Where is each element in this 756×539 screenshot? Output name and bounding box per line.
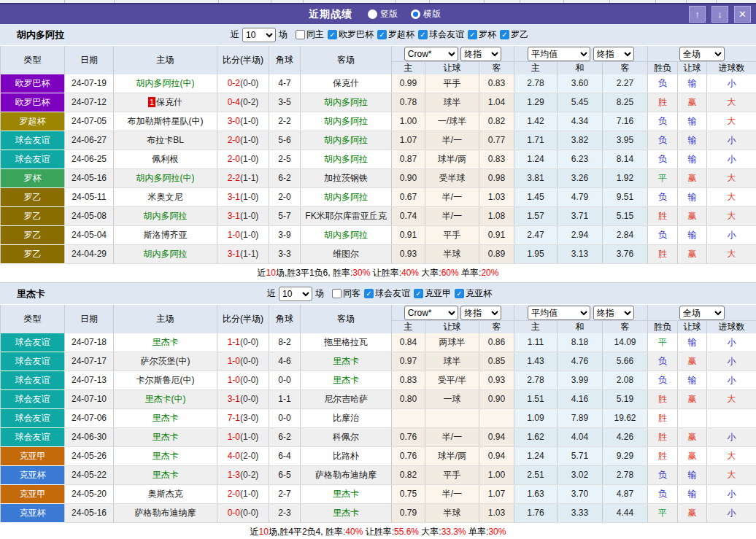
match-row: 罗杯24-05-16胡内多阿拉(中)2-2(1-1)6-2加拉茨钢铁0.90受半…: [1, 169, 756, 188]
average-select[interactable]: 平均值: [528, 47, 590, 61]
checkbox-icon[interactable]: [328, 30, 337, 39]
average-select[interactable]: 平均值: [528, 306, 590, 320]
result-outcome: 胜: [648, 245, 678, 264]
avg-away: 5.66: [603, 352, 648, 371]
home-team: 卡尔斯鲁厄(中): [114, 371, 217, 390]
match-type-badge: 欧罗巴杯: [1, 93, 65, 112]
result-outcome: 负: [648, 131, 678, 150]
checkbox-icon[interactable]: [377, 30, 387, 39]
checkbox-icon[interactable]: [364, 289, 374, 298]
odds-handicap: 球半/两: [425, 150, 479, 169]
league-filter[interactable]: 罗超杯: [377, 28, 414, 41]
fulltime-score: 1-0: [228, 375, 240, 385]
odds-away: 1.00: [479, 466, 514, 485]
checkbox-icon[interactable]: [418, 30, 428, 39]
away-team: 里杰卡: [301, 352, 392, 371]
checkbox-icon[interactable]: [500, 30, 509, 39]
scope-select[interactable]: 全场: [679, 47, 725, 61]
result-handicap: 输: [678, 74, 707, 93]
checkbox-icon[interactable]: [468, 30, 477, 39]
subcol-avg-home: 主: [514, 62, 558, 75]
summary-text: 30%: [488, 527, 506, 537]
avg-away: 5.15: [603, 207, 648, 226]
result-handicap: 输: [678, 188, 707, 207]
avg-draw: 3.26: [558, 169, 603, 188]
result-handicap: 输: [678, 150, 707, 169]
average-ref-select[interactable]: 终指: [593, 306, 634, 320]
fulltime-score: 3-1: [228, 249, 240, 259]
radio-vertical-layout[interactable]: 竖版: [368, 8, 398, 20]
odds-handicap: 两球半: [425, 333, 479, 352]
odds-handicap: 球半/两: [425, 447, 479, 466]
recent-count-select[interactable]: 10: [279, 287, 312, 301]
league-filter[interactable]: 克亚甲: [414, 287, 451, 300]
checkbox-icon[interactable]: [414, 289, 423, 298]
halftime-score: (0-0): [240, 508, 258, 518]
league-filter[interactable]: 罗乙: [500, 28, 528, 41]
halftime-score: (3-0): [240, 413, 258, 423]
match-type-badge: 球会友谊: [1, 409, 65, 428]
match-type-badge: 罗乙: [1, 245, 65, 264]
avg-away: 2.08: [603, 371, 648, 390]
home-team-name: 奥斯杰克: [148, 489, 183, 499]
recent-count-select[interactable]: 10: [242, 28, 276, 42]
league-filter[interactable]: 克亚杯: [455, 287, 492, 300]
halftime-score: (0-0): [240, 394, 258, 404]
home-team: 萨格勒布迪纳摩: [114, 504, 217, 523]
close-button[interactable]: ✕: [734, 6, 751, 23]
subcol-result-goals: 进球数: [707, 321, 756, 334]
away-team: 胡内多阿拉: [301, 188, 392, 207]
league-filter-label: 罗乙: [511, 28, 528, 41]
corners: 6-2: [269, 428, 301, 447]
summary-text: 近: [258, 268, 266, 278]
same-venue-filter[interactable]: 同主: [296, 28, 324, 41]
match-row: 克亚杯24-05-16萨格勒布迪纳摩0-0(0-0)2-3里杰卡0.79半球1.…: [1, 504, 756, 523]
same-venue-filter[interactable]: 同客: [332, 287, 360, 300]
avg-home: 1.11: [514, 333, 558, 352]
bookmaker-ref-select[interactable]: 终指: [460, 47, 501, 61]
bookmaker-select[interactable]: Crow*: [404, 306, 458, 320]
radio-icon: [368, 9, 377, 19]
checkbox-icon[interactable]: [332, 289, 342, 298]
avg-draw: 3.71: [558, 207, 603, 226]
same-venue-label: 同客: [343, 287, 360, 300]
halftime-score: (0-0): [240, 78, 258, 88]
scope-select[interactable]: 全场: [679, 306, 725, 320]
odds-home: 0.74: [392, 207, 425, 226]
match-date: 24-07-18: [65, 333, 114, 352]
result-handicap: 输: [678, 485, 707, 504]
odds-away: 0.94: [479, 447, 514, 466]
league-filter[interactable]: 球会友谊: [418, 28, 464, 41]
match-row: 球会友谊24-06-25佩利根2-0(1-0)2-5胡内多阿拉0.87球半/两0…: [1, 150, 756, 169]
result-goals: 大: [707, 188, 756, 207]
avg-away: 2.84: [603, 226, 648, 245]
odds-handicap: 一球: [425, 390, 479, 409]
away-team: 维图尔: [301, 245, 392, 264]
match-type-badge: 球会友谊: [1, 371, 65, 390]
league-filter[interactable]: 球会友谊: [364, 287, 410, 300]
odds-away: 1.07: [479, 485, 514, 504]
league-filter[interactable]: 欧罗巴杯: [328, 28, 374, 41]
odds-home: 0.97: [392, 352, 425, 371]
checkbox-icon[interactable]: [296, 30, 305, 39]
average-ref-select[interactable]: 终指: [593, 47, 634, 61]
result-goals: 大: [707, 447, 756, 466]
away-team: 比路朴: [301, 447, 392, 466]
move-up-button[interactable]: ↑: [689, 6, 706, 23]
halftime-score: (1-0): [240, 432, 258, 442]
summary-text: 40%: [345, 527, 363, 537]
match-date: 24-07-12: [65, 93, 114, 112]
match-date: 24-05-20: [65, 485, 114, 504]
corners: 2-0: [269, 188, 301, 207]
match-filters: 近10场同主欧罗巴杯罗超杯球会友谊罗杯罗乙: [228, 28, 528, 42]
avg-away: 4.26: [603, 428, 648, 447]
bookmaker-ref-select[interactable]: 终指: [460, 306, 501, 320]
radio-horizontal-layout[interactable]: 横版: [411, 8, 441, 20]
col-corner: 角球: [269, 46, 301, 74]
league-filter-label: 欧罗巴杯: [339, 28, 374, 41]
bookmaker-select[interactable]: Crow*: [404, 47, 458, 61]
move-down-button[interactable]: ↓: [711, 6, 728, 23]
home-team: 布加勒斯特星队(中): [114, 112, 217, 131]
checkbox-icon[interactable]: [455, 289, 464, 298]
league-filter[interactable]: 罗杯: [468, 28, 496, 41]
